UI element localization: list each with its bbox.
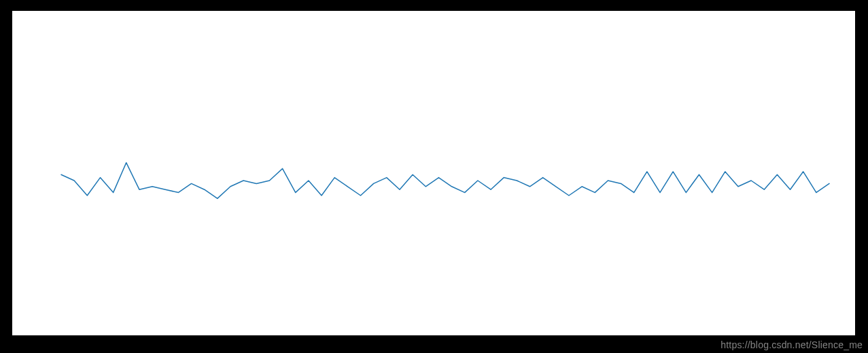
page-root: https://blog.csdn.net/Slience_me	[0, 0, 868, 353]
series-line	[61, 163, 829, 199]
watermark-text: https://blog.csdn.net/Slience_me	[721, 339, 863, 350]
chart-axes	[61, 31, 829, 330]
chart-frame	[12, 11, 855, 335]
line-chart-svg	[61, 31, 829, 330]
